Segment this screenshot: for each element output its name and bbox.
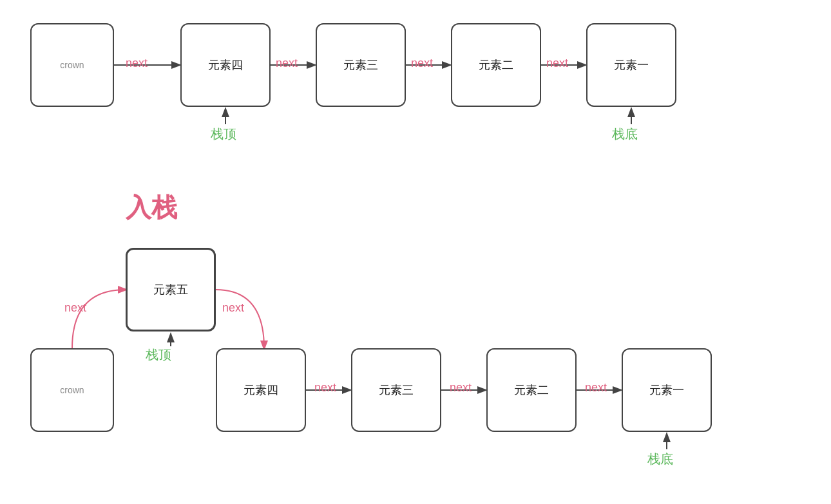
node-elem4-1: 元素四 xyxy=(180,23,271,107)
node-elem4-2: 元素四 xyxy=(216,348,306,432)
label-push: 入栈 xyxy=(126,190,177,225)
node-crown-2: crown xyxy=(30,348,114,432)
arrow-label-next-5: next xyxy=(314,381,336,395)
node-elem2-1: 元素二 xyxy=(451,23,541,107)
node-elem2-2: 元素二 xyxy=(486,348,577,432)
node-elem1-2: 元素一 xyxy=(622,348,712,432)
arrow-label-next-3: next xyxy=(411,57,433,70)
node-elem1-2-label: 元素一 xyxy=(649,382,684,398)
arrow-label-next-4: next xyxy=(546,57,568,70)
node-crown-1: crown xyxy=(30,23,114,107)
node-elem2-1-label: 元素二 xyxy=(479,57,513,73)
node-elem1-1: 元素一 xyxy=(586,23,676,107)
arrow-label-next-6: next xyxy=(450,381,472,395)
node-elem4-1-label: 元素四 xyxy=(208,57,243,73)
node-elem4-2-label: 元素四 xyxy=(244,382,278,398)
label-stack-top-2: 栈顶 xyxy=(146,346,171,364)
node-elem3-2: 元素三 xyxy=(351,348,441,432)
node-crown-2-label: crown xyxy=(60,385,84,395)
arrow-label-next-1: next xyxy=(126,57,148,70)
arrow-label-next-2: next xyxy=(276,57,298,70)
diagram-container: crown 元素四 元素三 元素二 元素一 next next next nex… xyxy=(0,0,831,504)
node-elem2-2-label: 元素二 xyxy=(514,382,549,398)
arrow-label-next-7: next xyxy=(585,381,607,395)
node-elem3-1-label: 元素三 xyxy=(343,57,378,73)
arrow-label-next-crown: next xyxy=(64,301,86,315)
node-elem5: 元素五 xyxy=(126,248,216,331)
node-elem3-1: 元素三 xyxy=(316,23,406,107)
node-elem5-label: 元素五 xyxy=(153,282,188,297)
node-elem3-2-label: 元素三 xyxy=(379,382,414,398)
label-stack-bottom-1: 栈底 xyxy=(612,126,638,143)
label-stack-bottom-2: 栈底 xyxy=(647,451,673,468)
node-elem1-1-label: 元素一 xyxy=(614,57,649,73)
arrow-label-next-elem5: next xyxy=(222,301,244,315)
label-stack-top-1: 栈顶 xyxy=(211,126,236,143)
node-crown-1-label: crown xyxy=(60,60,84,70)
